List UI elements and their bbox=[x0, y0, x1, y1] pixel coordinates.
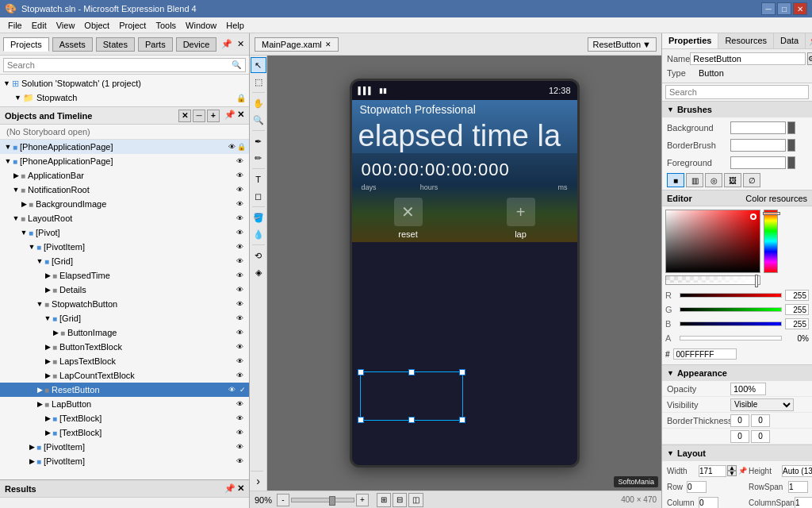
null-brush-btn[interactable]: ∅ bbox=[743, 173, 760, 187]
menu-window[interactable]: Window bbox=[181, 19, 221, 32]
item-eye-8[interactable]: 👁 bbox=[233, 271, 246, 279]
tab-projects[interactable]: Projects bbox=[3, 37, 49, 52]
tab-parts[interactable]: Parts bbox=[138, 37, 173, 52]
tab-properties[interactable]: Properties bbox=[662, 33, 718, 48]
item-eye-21[interactable]: 👁 bbox=[233, 457, 246, 465]
project-item[interactable]: ▼ 📁 Stopwatch 🔒 bbox=[0, 90, 249, 105]
results-close-icon[interactable]: ✕ bbox=[237, 483, 244, 494]
tree-item-13[interactable]: ▶■ButtonTextBlock👁 bbox=[0, 340, 249, 354]
item-eye-17[interactable]: 👁 bbox=[233, 400, 246, 408]
width-input[interactable] bbox=[699, 465, 726, 477]
tree-item-21[interactable]: ▶■[PivotItem]👁 bbox=[0, 454, 249, 468]
item-eye-12[interactable]: 👁 bbox=[233, 329, 246, 337]
tree-item-1[interactable]: ▶■ApplicationBar👁 bbox=[0, 168, 249, 183]
tree-item-6[interactable]: ▼■[PivotItem]👁 bbox=[0, 240, 249, 254]
item-eye-9[interactable]: 👁 bbox=[233, 286, 246, 294]
tree-item-7[interactable]: ▼■[Grid]👁 bbox=[0, 254, 249, 268]
storyboard-minimize-btn[interactable]: ─ bbox=[193, 110, 205, 122]
menu-project[interactable]: Project bbox=[114, 19, 151, 32]
minimize-button[interactable]: ─ bbox=[761, 2, 776, 15]
tree-item-4[interactable]: ▼■LayoutRoot👁 bbox=[0, 211, 249, 225]
channel-B-input[interactable] bbox=[785, 318, 809, 329]
split-view-btn[interactable]: ⊟ bbox=[393, 493, 407, 507]
tree-item-3[interactable]: ▶■BackgroundImage👁 bbox=[0, 197, 249, 211]
item-eye-6[interactable]: 👁 bbox=[233, 243, 246, 251]
border-input-2[interactable] bbox=[751, 414, 770, 427]
image-brush-btn[interactable]: 🖼 bbox=[724, 173, 741, 187]
tool-expand[interactable]: › bbox=[251, 473, 266, 489]
zoom-thumb[interactable] bbox=[329, 496, 335, 506]
handle-tc[interactable] bbox=[408, 369, 415, 375]
menu-tools[interactable]: Tools bbox=[151, 19, 181, 32]
panel-pin-icon[interactable]: 📌 bbox=[220, 37, 234, 51]
tool-zoom[interactable]: 🔍 bbox=[251, 112, 266, 128]
width-down-btn[interactable]: ▼ bbox=[727, 471, 737, 476]
appearance-header[interactable]: ▼ Appearance bbox=[662, 365, 812, 381]
item-eye-2[interactable]: 👁 bbox=[233, 186, 246, 194]
reset-phone-btn[interactable]: ✕ reset bbox=[352, 194, 465, 242]
channel-A-bar[interactable] bbox=[680, 336, 782, 341]
channel-G-bar[interactable] bbox=[680, 307, 782, 312]
radial-brush-btn[interactable]: ◎ bbox=[705, 173, 722, 187]
tree-item-11[interactable]: ▼■[Grid]👁 bbox=[0, 311, 249, 325]
tree-item-0[interactable]: ▼■[PhoneApplicationPage]👁 bbox=[0, 154, 249, 168]
tree-item-17[interactable]: ▶■LapButton👁 bbox=[0, 397, 249, 411]
tree-item-9[interactable]: ▶■Details👁 bbox=[0, 283, 249, 297]
brushes-header[interactable]: ▼ Brushes bbox=[662, 102, 812, 117]
rowspan-input[interactable] bbox=[788, 481, 808, 493]
zoom-out-btn[interactable]: - bbox=[277, 494, 289, 506]
root-eye-icon[interactable]: 👁 bbox=[228, 143, 236, 151]
reset-button-dropdown[interactable]: ResetButton ▼ bbox=[588, 37, 657, 52]
lap-phone-btn[interactable]: + lap bbox=[465, 194, 577, 242]
brush-expand-btn[interactable] bbox=[787, 121, 795, 134]
xaml-view-btn[interactable]: ◫ bbox=[408, 493, 423, 507]
panel-pin2-icon[interactable]: 📌 bbox=[224, 110, 236, 122]
panel-close-icon[interactable]: ✕ bbox=[236, 37, 246, 51]
item-eye-10[interactable]: 👁 bbox=[233, 300, 246, 308]
tool-text[interactable]: T bbox=[251, 171, 266, 187]
search-input[interactable] bbox=[3, 58, 246, 72]
item-eye-18[interactable]: 👁 bbox=[233, 414, 246, 422]
column-input[interactable] bbox=[699, 497, 718, 509]
item-eye-11[interactable]: 👁 bbox=[233, 314, 246, 322]
opacity-input[interactable] bbox=[730, 383, 766, 395]
border-input-3[interactable] bbox=[730, 430, 749, 443]
mainpage-tab-close[interactable]: ✕ bbox=[325, 40, 331, 48]
tab-device[interactable]: Device bbox=[176, 37, 217, 52]
tree-item-16[interactable]: ▶■ResetButton👁✓ bbox=[0, 383, 249, 397]
item-eye-5[interactable]: 👁 bbox=[233, 229, 246, 237]
linear-brush-btn[interactable]: ▥ bbox=[686, 173, 703, 187]
tool-shape[interactable]: ◻ bbox=[251, 188, 266, 204]
zoom-in-btn[interactable]: + bbox=[356, 494, 369, 506]
tree-root-item[interactable]: ▼ ■ [PhoneApplicationPage] 👁 🔒 bbox=[0, 140, 249, 154]
tool-pencil[interactable]: ✏ bbox=[251, 150, 266, 166]
maximize-button[interactable]: □ bbox=[777, 2, 791, 15]
item-eye-1[interactable]: 👁 bbox=[233, 171, 246, 179]
tab-states[interactable]: States bbox=[96, 37, 135, 52]
borderbush-swatch[interactable] bbox=[730, 139, 786, 152]
root-lock-icon[interactable]: 🔒 bbox=[237, 143, 246, 151]
item-eye-4[interactable]: 👁 bbox=[233, 214, 246, 222]
menu-file[interactable]: File bbox=[3, 19, 27, 32]
item-eye-19[interactable]: 👁 bbox=[233, 429, 246, 437]
solid-brush-btn[interactable]: ■ bbox=[667, 173, 684, 187]
item-eye-3[interactable]: 👁 bbox=[233, 200, 246, 208]
tool-eyedrop[interactable]: 💧 bbox=[251, 226, 266, 242]
mainpage-tab[interactable]: MainPage.xaml ✕ bbox=[255, 37, 339, 52]
border-input-1[interactable] bbox=[730, 414, 749, 427]
channel-R-bar[interactable] bbox=[680, 293, 782, 298]
right-search-input[interactable] bbox=[665, 85, 809, 99]
zoom-slider[interactable] bbox=[291, 498, 354, 502]
tool-cursor[interactable]: ↖ bbox=[251, 57, 266, 73]
background-brush-swatch[interactable] bbox=[730, 121, 786, 134]
foreground-expand-btn[interactable] bbox=[787, 156, 795, 169]
channel-R-input[interactable] bbox=[785, 290, 809, 301]
tree-item-18[interactable]: ▶■[TextBlock]👁 bbox=[0, 411, 249, 425]
hex-input[interactable] bbox=[673, 348, 737, 360]
columnspan-input[interactable] bbox=[795, 497, 812, 509]
menu-view[interactable]: View bbox=[52, 19, 80, 32]
tool-paint[interactable]: 🪣 bbox=[251, 210, 266, 225]
handle-tl[interactable] bbox=[358, 369, 364, 375]
handle-bc[interactable] bbox=[408, 417, 415, 423]
item-eye-20[interactable]: 👁 bbox=[233, 443, 246, 451]
